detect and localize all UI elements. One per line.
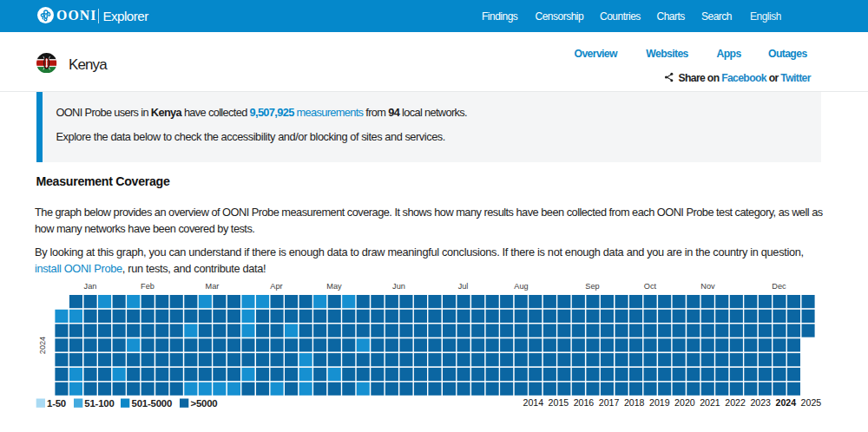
svg-text:2024: 2024 bbox=[38, 337, 47, 354]
svg-text:Sep: Sep bbox=[585, 282, 599, 291]
svg-text:501-5000: 501-5000 bbox=[132, 398, 173, 409]
svg-text:2024: 2024 bbox=[776, 397, 797, 408]
svg-text:2025: 2025 bbox=[801, 397, 822, 408]
svg-text:Mar: Mar bbox=[206, 282, 220, 291]
svg-text:2022: 2022 bbox=[725, 397, 746, 408]
svg-text:2019: 2019 bbox=[649, 397, 670, 408]
svg-text:Apr: Apr bbox=[270, 282, 282, 291]
svg-text:2018: 2018 bbox=[624, 397, 645, 408]
svg-text:May: May bbox=[326, 282, 342, 291]
svg-text:2023: 2023 bbox=[750, 397, 771, 408]
svg-text:2020: 2020 bbox=[674, 397, 695, 408]
svg-text:Feb: Feb bbox=[141, 282, 155, 291]
svg-text:2016: 2016 bbox=[574, 397, 595, 408]
svg-text:2014: 2014 bbox=[523, 397, 544, 408]
svg-text:Jul: Jul bbox=[458, 282, 469, 291]
svg-text:51-100: 51-100 bbox=[84, 398, 114, 409]
svg-text:2017: 2017 bbox=[599, 397, 620, 408]
svg-text:1-50: 1-50 bbox=[47, 398, 66, 409]
svg-text:Dec: Dec bbox=[772, 282, 786, 291]
svg-text:2021: 2021 bbox=[700, 397, 720, 408]
svg-text:Jan: Jan bbox=[84, 282, 97, 291]
svg-text:2015: 2015 bbox=[549, 397, 569, 408]
svg-text:Jun: Jun bbox=[392, 282, 405, 291]
svg-text:>5000: >5000 bbox=[191, 398, 218, 409]
svg-text:Oct: Oct bbox=[644, 282, 657, 291]
svg-text:Nov: Nov bbox=[700, 282, 715, 291]
svg-text:Aug: Aug bbox=[514, 282, 528, 291]
